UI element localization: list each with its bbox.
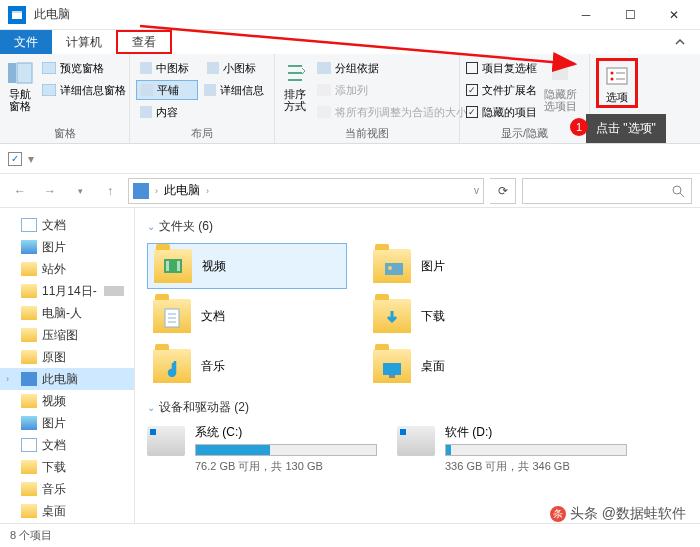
address-bar-row: ← → ▾ ↑ › 此电脑 › v ⟳ [0,174,700,208]
close-button[interactable]: ✕ [652,0,696,30]
checkbox-file-extensions[interactable]: ✓文件扩展名 [466,80,537,100]
tree-item[interactable]: 文档 [0,214,134,236]
pc-icon [133,183,149,199]
svg-rect-9 [141,84,153,96]
svg-rect-24 [385,263,403,275]
item-count: 8 个项目 [10,528,52,543]
layout-tiles[interactable]: 平铺 [136,80,198,100]
folder-item[interactable]: 桌面 [367,343,567,389]
svg-rect-10 [204,84,216,96]
refresh-button[interactable]: ⟳ [490,178,516,204]
folder-item[interactable]: 文档 [147,293,347,339]
folder-item[interactable]: 下载 [367,293,567,339]
annotation-callout: 点击 "选项" [586,114,666,143]
folder-icon [153,299,191,333]
select-all-checkbox[interactable]: ✓ [8,152,22,166]
svg-rect-12 [317,62,331,74]
window-title: 此电脑 [34,6,564,23]
drive-usage-bar [195,444,377,456]
folder-icon [373,349,411,383]
tab-view[interactable]: 查看 [116,30,172,54]
desk-icon [21,504,37,518]
svg-rect-6 [42,84,56,96]
tree-item[interactable]: 原图 [0,346,134,368]
vid-icon [21,394,37,408]
maximize-button[interactable]: ☐ [608,0,652,30]
svg-line-20 [680,193,684,197]
svg-point-17 [611,72,614,75]
up-button[interactable]: ↑ [98,179,122,203]
tree-item[interactable]: 11月14日- [0,280,134,302]
folder-item[interactable]: 视频 [147,243,347,289]
folders-section-header[interactable]: ⌄文件夹 (6) [147,218,688,235]
folder-icon [154,249,192,283]
layout-small-icons[interactable]: 小图标 [203,58,268,78]
svg-rect-28 [389,375,395,378]
checkbox-hidden-items[interactable]: ✓隐藏的项目 [466,102,537,122]
tab-computer[interactable]: 计算机 [52,30,116,54]
tree-item[interactable]: 电脑-人 [0,302,134,324]
tree-item[interactable]: 桌面 [0,500,134,522]
watermark-icon: 条 [550,506,566,522]
layout-details[interactable]: 详细信息 [200,80,268,100]
folder-item[interactable]: 音乐 [147,343,347,389]
preview-pane-button[interactable]: 预览窗格 [38,58,130,78]
drive-item[interactable]: 软件 (D:)336 GB 可用，共 346 GB [397,424,627,474]
svg-rect-8 [207,62,219,74]
options-button[interactable]: 选项 [596,58,638,108]
tree-item[interactable]: 视频 [0,390,134,412]
svg-rect-1 [12,11,22,13]
detail-pane-button[interactable]: 详细信息窗格 [38,80,130,100]
ribbon-tabs: 文件 计算机 查看 [0,30,700,54]
status-bar: 8 个项目 [0,523,700,547]
folder-icon [21,306,37,320]
drives-section-header[interactable]: ⌄设备和驱动器 (2) [147,399,688,416]
drive-item[interactable]: 系统 (C:)76.2 GB 可用，共 130 GB [147,424,377,474]
add-columns-button[interactable]: 添加列 [313,80,471,100]
drive-icon [397,426,435,456]
breadcrumb[interactable]: 此电脑 [164,182,200,199]
folder-icon [373,299,411,333]
tree-item[interactable]: 压缩图 [0,324,134,346]
doc-icon [21,218,37,232]
img-icon [21,416,37,430]
tree-item[interactable]: ›此电脑 [0,368,134,390]
tree-item[interactable]: 下载 [0,456,134,478]
drive-usage-bar [445,444,627,456]
dl-icon [21,460,37,474]
drive-icon [147,426,185,456]
svg-rect-16 [607,68,627,84]
fit-columns-button[interactable]: 将所有列调整为合适的大小 [313,102,471,122]
layout-content[interactable]: 内容 [136,102,205,122]
svg-rect-22 [166,261,169,271]
nav-pane-button[interactable]: 导航窗格 [6,58,34,112]
folder-icon [21,328,37,342]
svg-rect-4 [17,63,32,83]
nav-tree[interactable]: 文档图片站外11月14日-电脑-人压缩图原图›此电脑视频图片文档下载音乐桌面›系… [0,208,135,547]
tree-item[interactable]: 图片 [0,412,134,434]
svg-rect-5 [42,62,56,74]
back-button[interactable]: ← [8,179,32,203]
tree-item[interactable]: 站外 [0,258,134,280]
tree-item[interactable]: 图片 [0,236,134,258]
minimize-button[interactable]: ─ [564,0,608,30]
tree-item[interactable]: 文档 [0,434,134,456]
img-icon [21,240,37,254]
tab-file[interactable]: 文件 [0,30,52,54]
sort-by-button[interactable]: 排序方式 [281,58,309,112]
hide-selected-button[interactable]: 隐藏所选项目 [541,58,579,112]
layout-medium-icons[interactable]: 中图标 [136,58,201,78]
folder-item[interactable]: 图片 [367,243,567,289]
titlebar: 此电脑 ─ ☐ ✕ [0,0,700,30]
tree-item[interactable]: 音乐 [0,478,134,500]
recent-button[interactable]: ▾ [68,179,92,203]
checkbox-item-checkboxes[interactable]: 项目复选框 [466,58,537,78]
folder-icon [153,349,191,383]
ribbon-toggle-icon[interactable] [660,30,700,54]
address-bar[interactable]: › 此电脑 › v [128,178,484,204]
search-input[interactable] [522,178,692,204]
svg-rect-7 [140,62,152,74]
annotation-badge: 1 [570,118,588,136]
group-by-button[interactable]: 分组依据 [313,58,471,78]
forward-button[interactable]: → [38,179,62,203]
